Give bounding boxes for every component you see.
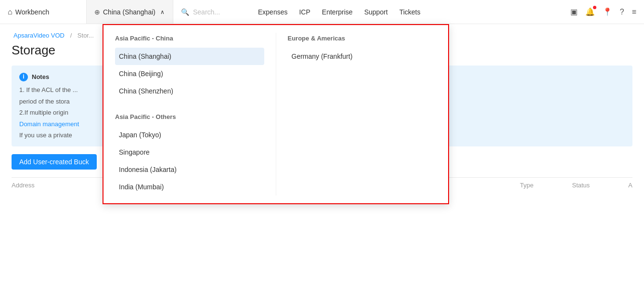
region-label: China (Shanghai) bbox=[103, 8, 155, 16]
workbench-button[interactable]: ⌂ Workbench bbox=[0, 0, 87, 24]
search-area: 🔍 Search... bbox=[173, 0, 250, 24]
search-icon: 🔍 bbox=[181, 8, 189, 16]
region-china-beijing[interactable]: China (Beijing) bbox=[115, 65, 264, 82]
bell-icon[interactable]: 🔔 bbox=[585, 7, 595, 16]
europe-americas-title: Europe & Americas bbox=[288, 33, 437, 44]
nav-links: Expenses ICP Enterprise Support Tickets bbox=[250, 8, 563, 16]
region-india-mumbai[interactable]: India (Mumbai) bbox=[115, 178, 264, 196]
help-icon[interactable]: ? bbox=[620, 8, 624, 16]
col-actions: A bbox=[628, 182, 632, 189]
breadcrumb-sep: / bbox=[70, 32, 74, 39]
navbar: ⌂ Workbench ⊕ China (Shanghai) ∧ 🔍 Searc… bbox=[0, 0, 644, 24]
region-japan-tokyo[interactable]: Japan (Tokyo) bbox=[115, 126, 264, 144]
breadcrumb-root[interactable]: ApsaraVideo VOD bbox=[13, 32, 64, 39]
info-icon: i bbox=[19, 73, 28, 81]
nav-icp[interactable]: ICP bbox=[299, 8, 310, 16]
region-germany-frankfurt[interactable]: Germany (Frankfurt) bbox=[288, 48, 437, 65]
dropdown-col-2: Europe & Americas Germany (Frankfurt) bbox=[276, 33, 449, 196]
chevron-up-icon: ∧ bbox=[160, 9, 165, 15]
location-icon: ⊕ bbox=[94, 8, 100, 16]
breadcrumb-current: Stor... bbox=[77, 32, 94, 39]
asia-pacific-china-title: Asia Pacific - China bbox=[115, 33, 264, 44]
monitor-icon[interactable]: ▣ bbox=[570, 7, 578, 16]
search-placeholder: Search... bbox=[193, 8, 220, 16]
region-selector[interactable]: ⊕ China (Shanghai) ∧ bbox=[87, 0, 173, 24]
region-singapore[interactable]: Singapore bbox=[115, 144, 264, 161]
add-bucket-button[interactable]: Add User-created Buck bbox=[12, 154, 97, 170]
col-status: Status bbox=[572, 182, 590, 189]
nav-icons: ▣ 🔔 📍 ? ≡ bbox=[563, 7, 644, 16]
col-type: Type bbox=[520, 182, 533, 189]
nav-expenses[interactable]: Expenses bbox=[258, 8, 287, 16]
asia-pacific-others-section: Asia Pacific - Others Japan (Tokyo) Sing… bbox=[115, 111, 264, 196]
col-address: Address bbox=[12, 182, 35, 189]
main-area: ApsaraVideo VOD / Stor... Storage i Note… bbox=[0, 24, 644, 289]
dropdown-col-1: Asia Pacific - China China (Shanghai) Ch… bbox=[103, 33, 276, 196]
domain-management-link[interactable]: Domain management bbox=[19, 120, 79, 128]
more-icon[interactable]: ≡ bbox=[632, 8, 636, 16]
region-china-shanghai[interactable]: China (Shanghai) bbox=[115, 48, 264, 65]
notes-label: Notes bbox=[32, 71, 49, 82]
asia-pacific-others-title: Asia Pacific - Others bbox=[115, 111, 264, 122]
home-icon: ⌂ bbox=[8, 8, 13, 16]
dropdown-columns: Asia Pacific - China China (Shanghai) Ch… bbox=[103, 33, 448, 196]
nav-support[interactable]: Support bbox=[364, 8, 388, 16]
region-china-shenzhen[interactable]: China (Shenzhen) bbox=[115, 82, 264, 100]
workbench-label: Workbench bbox=[15, 8, 50, 16]
region-dropdown: Asia Pacific - China China (Shanghai) Ch… bbox=[103, 24, 449, 204]
region-indonesia-jakarta[interactable]: Indonesia (Jakarta) bbox=[115, 161, 264, 178]
nav-tickets[interactable]: Tickets bbox=[399, 8, 421, 16]
nav-enterprise[interactable]: Enterprise bbox=[322, 8, 353, 16]
map-pin-icon[interactable]: 📍 bbox=[603, 7, 612, 16]
